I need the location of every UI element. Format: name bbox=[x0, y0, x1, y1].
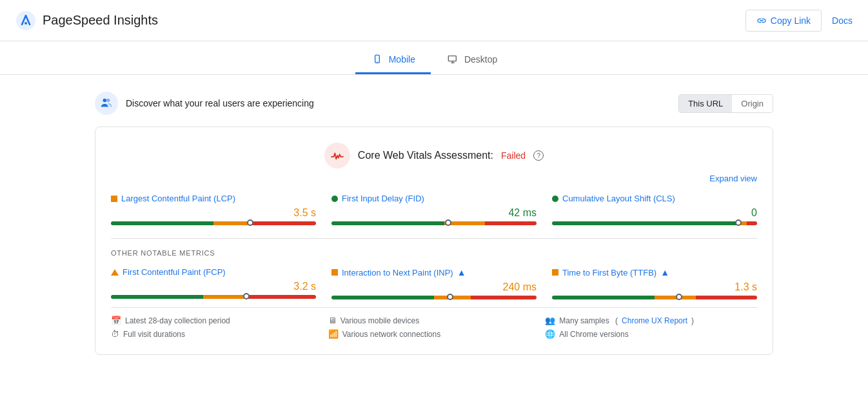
network-icon: 📶 bbox=[328, 329, 339, 339]
main-card: Core Web Vitals Assessment: Failed ? Exp… bbox=[95, 127, 773, 355]
ttfb-value: 1.3 s bbox=[552, 281, 757, 293]
fcp-bar-green bbox=[111, 295, 203, 299]
fid-dot-icon bbox=[331, 196, 338, 202]
metric-fid-name: First Input Delay (FID) bbox=[331, 194, 537, 203]
monitor-icon: 🖥 bbox=[328, 316, 337, 325]
footer-network-text: Various network connections bbox=[342, 330, 441, 339]
origin-button[interactable]: Origin bbox=[732, 95, 773, 112]
metrics-divider bbox=[111, 238, 757, 239]
footer-devices-text: Various mobile devices bbox=[340, 316, 420, 325]
footer-chrome-text: All Chrome versions bbox=[559, 330, 628, 339]
inp-link[interactable]: Interaction to Next Paint (INP) bbox=[342, 268, 453, 278]
header-right: Copy Link Docs bbox=[745, 10, 853, 32]
cls-value: 0 bbox=[552, 207, 757, 219]
svg-point-0 bbox=[16, 11, 35, 30]
other-metrics-label: OTHER NOTABLE METRICS bbox=[111, 249, 757, 257]
svg-point-8 bbox=[106, 99, 110, 103]
lcp-link[interactable]: Largest Contentful Paint (LCP) bbox=[121, 194, 235, 203]
fcp-progress-bar bbox=[111, 295, 316, 299]
main-section: Discover what your real users are experi… bbox=[79, 75, 789, 365]
metric-ttfb-name: Time to First Byte (TTFB) ▲ bbox=[552, 267, 757, 278]
cls-progress-bar bbox=[552, 221, 757, 225]
fid-progress-bar bbox=[331, 221, 537, 225]
core-metrics-grid: Largest Contentful Paint (LCP) 3.5 s Fir… bbox=[111, 194, 757, 225]
link-icon bbox=[756, 15, 767, 26]
ttfb-link[interactable]: Time to First Byte (TTFB) bbox=[562, 268, 656, 278]
ttfb-progress-bar bbox=[552, 296, 757, 299]
tab-desktop[interactable]: Desktop bbox=[431, 46, 513, 74]
desktop-icon bbox=[446, 54, 459, 65]
inp-bar-green bbox=[331, 296, 434, 299]
footer-col-3: 👥 Many samples (Chrome UX Report) 🌐 All … bbox=[545, 316, 757, 339]
inp-bar-marker bbox=[447, 294, 453, 300]
lcp-bar-red bbox=[250, 221, 316, 225]
ttfb-bar-orange bbox=[655, 296, 696, 299]
footer-info: 📅 Latest 28-day collection period ⏱ Full… bbox=[111, 307, 757, 339]
lcp-progress-bar bbox=[111, 221, 316, 225]
metric-cls: Cumulative Layout Shift (CLS) 0 bbox=[552, 194, 757, 225]
fcp-bar-red bbox=[248, 295, 316, 299]
footer-collection-text: Latest 28-day collection period bbox=[125, 316, 230, 325]
cls-link[interactable]: Cumulative Layout Shift (CLS) bbox=[562, 194, 675, 203]
copy-link-button[interactable]: Copy Link bbox=[745, 10, 822, 32]
docs-link[interactable]: Docs bbox=[832, 15, 853, 26]
users-icon bbox=[99, 96, 113, 110]
chrome-ux-report-link[interactable]: Chrome UX Report bbox=[622, 316, 687, 325]
fcp-bar-marker bbox=[243, 293, 250, 299]
pagespeed-logo-icon bbox=[15, 10, 36, 31]
metric-lcp-name: Largest Contentful Paint (LCP) bbox=[111, 194, 316, 203]
metric-lcp: Largest Contentful Paint (LCP) 3.5 s bbox=[111, 194, 316, 225]
ttfb-bar-marker bbox=[676, 294, 682, 300]
footer-item-network: 📶 Various network connections bbox=[328, 329, 540, 339]
inp-value: 240 ms bbox=[331, 281, 537, 293]
fcp-link[interactable]: First Contentful Paint (FCP) bbox=[123, 267, 226, 277]
footer-samples-text: Many samples bbox=[559, 316, 609, 325]
footer-item-samples: 👥 Many samples (Chrome UX Report) bbox=[545, 316, 757, 325]
metric-fcp-name: First Contentful Paint (FCP) bbox=[111, 267, 316, 277]
metric-inp-name: Interaction to Next Paint (INP) ▲ bbox=[331, 267, 537, 278]
fid-bar-marker bbox=[445, 219, 451, 226]
tab-mobile[interactable]: Mobile bbox=[355, 46, 431, 74]
metric-inp: Interaction to Next Paint (INP) ▲ 240 ms bbox=[331, 267, 537, 299]
lcp-bar-orange bbox=[213, 221, 250, 225]
tab-mobile-label: Mobile bbox=[389, 54, 415, 65]
url-toggle: This URL Origin bbox=[678, 94, 773, 113]
svg-point-7 bbox=[103, 99, 107, 103]
discover-left: Discover what your real users are experi… bbox=[95, 92, 314, 115]
inp-progress-bar bbox=[331, 296, 537, 299]
cls-bar-green bbox=[552, 221, 736, 225]
discover-bar: Discover what your real users are experi… bbox=[95, 85, 773, 121]
inp-warn-icon: ▲ bbox=[457, 267, 466, 278]
metric-ttfb: Time to First Byte (TTFB) ▲ 1.3 s bbox=[552, 267, 757, 299]
fid-link[interactable]: First Input Delay (FID) bbox=[342, 194, 424, 203]
lcp-bar-marker bbox=[247, 219, 253, 226]
svg-point-1 bbox=[25, 22, 27, 25]
lcp-value: 3.5 s bbox=[111, 207, 316, 219]
fcp-value: 3.2 s bbox=[111, 281, 316, 292]
footer-col-1: 📅 Latest 28-day collection period ⏱ Full… bbox=[111, 316, 323, 339]
inp-square-icon bbox=[331, 269, 338, 276]
copy-link-label: Copy Link bbox=[771, 15, 811, 26]
cwv-help-icon[interactable]: ? bbox=[533, 150, 544, 161]
ttfb-square-icon bbox=[552, 269, 558, 276]
ttfb-bar-green bbox=[552, 296, 655, 299]
metric-fid: First Input Delay (FID) 42 ms bbox=[331, 194, 537, 225]
ttfb-bar-red bbox=[696, 296, 757, 299]
fcp-triangle-icon bbox=[111, 269, 119, 276]
footer-item-chrome: 🌐 All Chrome versions bbox=[545, 329, 757, 339]
cwv-status: Failed bbox=[501, 150, 526, 161]
fid-value: 42 ms bbox=[331, 207, 537, 219]
expand-view[interactable]: Expand view bbox=[111, 174, 757, 183]
this-url-button[interactable]: This URL bbox=[679, 95, 732, 112]
header-left: PageSpeed Insights bbox=[15, 10, 158, 31]
other-metrics-grid: First Contentful Paint (FCP) 3.2 s Inter… bbox=[111, 267, 757, 299]
metric-cls-name: Cumulative Layout Shift (CLS) bbox=[552, 194, 757, 203]
fid-bar-red bbox=[485, 221, 537, 225]
inp-bar-red bbox=[471, 296, 537, 299]
tabs-container: Mobile Desktop bbox=[0, 41, 868, 75]
vitals-icon bbox=[330, 150, 344, 161]
cwv-header: Core Web Vitals Assessment: Failed ? bbox=[111, 143, 757, 168]
lcp-square-icon bbox=[111, 196, 117, 202]
app-title: PageSpeed Insights bbox=[43, 13, 158, 28]
cls-dot-icon bbox=[552, 196, 558, 202]
